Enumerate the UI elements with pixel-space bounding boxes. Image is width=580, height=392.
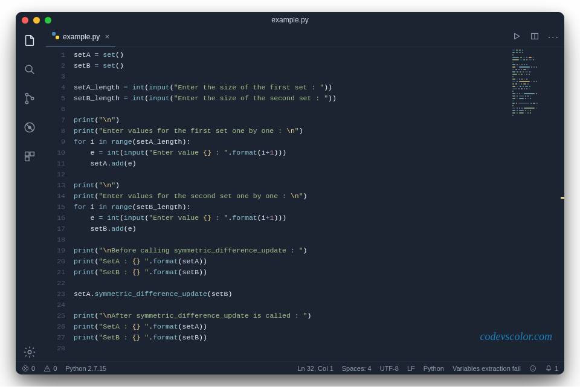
line-number: 26	[44, 321, 65, 332]
status-warnings-count: 0	[53, 365, 57, 372]
python-file-icon	[52, 32, 59, 39]
status-cursor-position[interactable]: Ln 32, Col 1	[297, 365, 333, 372]
line-number: 21	[44, 267, 65, 278]
line-number: 15	[44, 202, 65, 213]
code-line[interactable]	[74, 343, 564, 354]
code-line[interactable]: for i in range(setA_length):	[74, 137, 564, 147]
svg-point-0	[25, 65, 32, 72]
code-area[interactable]: setA = set()setB = set()setA_length = in…	[71, 47, 564, 361]
code-line[interactable]: print("\n")	[74, 115, 564, 126]
line-number: 19	[44, 245, 65, 256]
line-number: 7	[44, 115, 65, 126]
explorer-icon[interactable]	[23, 34, 36, 50]
code-line[interactable]: for i in range(setB_length):	[74, 202, 564, 213]
editor-body[interactable]: 1234567891011121314151617181920212223242…	[44, 47, 564, 361]
code-line[interactable]: print("Enter values for the second set o…	[74, 191, 564, 202]
window-title: example.py	[16, 16, 564, 24]
search-icon[interactable]	[23, 63, 36, 79]
svg-rect-10	[25, 157, 29, 161]
debug-icon[interactable]	[23, 121, 36, 137]
code-line[interactable]: e = int(input("Enter value {} : ".format…	[74, 213, 564, 223]
code-line[interactable]	[74, 71, 564, 82]
line-number: 9	[44, 137, 65, 147]
editor-group: example.py × ··· 12345678910111213141516…	[44, 28, 564, 361]
tab-bar: example.py × ···	[44, 28, 564, 47]
status-warnings[interactable]: 0	[44, 365, 57, 372]
svg-point-7	[28, 126, 31, 129]
status-notifications[interactable]: 1	[545, 365, 558, 372]
tab-example-py[interactable]: example.py ×	[46, 28, 115, 47]
traffic-minimize[interactable]	[33, 17, 40, 24]
code-line[interactable]: setB_length = int(input("Enter the size …	[74, 93, 564, 104]
code-line[interactable]: setA_length = int(input("Enter the size …	[74, 82, 564, 93]
status-notifications-count: 1	[555, 365, 558, 372]
line-number: 6	[44, 104, 65, 115]
source-control-icon[interactable]	[23, 92, 36, 108]
more-actions-icon[interactable]: ···	[548, 32, 559, 43]
code-line[interactable]	[74, 169, 564, 180]
status-indentation[interactable]: Spaces: 4	[342, 365, 372, 372]
split-editor-icon[interactable]	[530, 31, 540, 43]
code-line[interactable]: print("SetA : {} ".format(setA))	[74, 256, 564, 267]
titlebar: example.py	[16, 12, 564, 28]
line-number-gutter: 1234567891011121314151617181920212223242…	[44, 47, 71, 361]
code-line[interactable]: setA.symmetric_difference_update(setB)	[74, 289, 564, 300]
line-number: 24	[44, 300, 65, 310]
line-number: 23	[44, 289, 65, 300]
status-extra[interactable]: Variables extraction fail	[453, 365, 521, 372]
line-number: 14	[44, 191, 65, 202]
overview-ruler-mark	[561, 197, 564, 199]
traffic-maximize[interactable]	[45, 17, 51, 24]
code-line[interactable]: e = int(input("Enter value {} : ".format…	[74, 147, 564, 158]
code-line[interactable]: print("SetB : {} ".format(setB))	[74, 267, 564, 278]
code-line[interactable]	[74, 300, 564, 310]
line-number: 17	[44, 223, 65, 234]
svg-point-3	[25, 101, 28, 103]
line-number: 27	[44, 332, 65, 343]
status-python-version[interactable]: Python 2.7.15	[65, 365, 106, 372]
code-line[interactable]: print("\n")	[74, 180, 564, 191]
minimap[interactable]	[512, 50, 561, 104]
code-line[interactable]: setA = set()	[74, 50, 564, 60]
status-eol[interactable]: LF	[407, 365, 415, 372]
code-line[interactable]: print("\nBefore calling symmetric_differ…	[74, 245, 564, 256]
status-errors[interactable]: 0	[22, 365, 35, 372]
extensions-icon[interactable]	[23, 150, 36, 165]
line-number: 20	[44, 256, 65, 267]
line-number: 10	[44, 147, 65, 158]
code-line[interactable]	[74, 104, 564, 115]
line-number: 16	[44, 213, 65, 223]
status-language[interactable]: Python	[424, 365, 444, 372]
code-line[interactable]: print("SetA : {} ".format(setA))	[74, 321, 564, 332]
line-number: 5	[44, 93, 65, 104]
line-number: 4	[44, 82, 65, 93]
svg-point-19	[47, 370, 48, 370]
activity-bar	[16, 28, 44, 361]
run-icon[interactable]	[512, 31, 521, 43]
code-line[interactable]	[74, 234, 564, 245]
status-encoding[interactable]: UTF-8	[380, 365, 399, 372]
line-number: 18	[44, 234, 65, 245]
line-number: 2	[44, 60, 65, 71]
code-line[interactable]: print("SetB : {} ".format(setB))	[74, 332, 564, 343]
line-number: 12	[44, 169, 65, 180]
line-number: 25	[44, 310, 65, 321]
line-number: 28	[44, 343, 65, 354]
svg-point-21	[532, 367, 532, 368]
traffic-close[interactable]	[22, 17, 28, 24]
code-line[interactable]: print("Enter values for the first set on…	[74, 126, 564, 137]
line-number: 13	[44, 180, 65, 191]
svg-point-20	[530, 365, 535, 371]
svg-point-2	[25, 93, 28, 95]
svg-rect-9	[30, 152, 34, 156]
line-number: 11	[44, 158, 65, 169]
code-line[interactable]: setB = set()	[74, 60, 564, 71]
settings-gear-icon[interactable]	[23, 345, 36, 361]
code-line[interactable]: setB.add(e)	[74, 223, 564, 234]
code-line[interactable]	[74, 278, 564, 289]
tab-close-icon[interactable]: ×	[103, 33, 111, 42]
status-feedback-icon[interactable]	[529, 365, 536, 372]
code-line[interactable]: setA.add(e)	[74, 158, 564, 169]
svg-line-1	[31, 71, 34, 74]
code-line[interactable]: print("\nAfter symmetric_difference_upda…	[74, 310, 564, 321]
